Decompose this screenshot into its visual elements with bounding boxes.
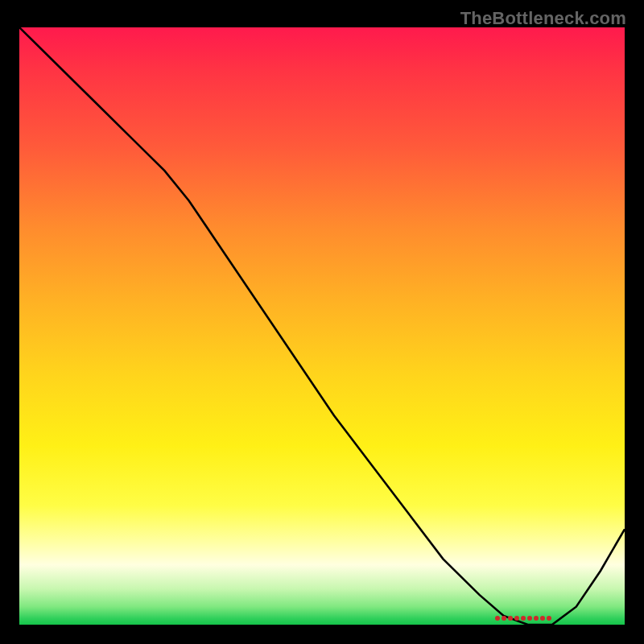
marker-dot-icon: [527, 616, 532, 621]
optimum-marker: [495, 609, 553, 624]
marker-dot-icon: [540, 616, 545, 621]
plot-area: [19, 27, 625, 625]
marker-dot-icon: [495, 616, 500, 621]
curve-layer: [19, 27, 625, 625]
marker-dot-icon: [534, 616, 539, 621]
marker-dot-icon: [514, 616, 519, 621]
series-curve: [19, 27, 625, 625]
marker-dot-icon: [547, 616, 551, 621]
marker-dot-icon: [502, 616, 506, 621]
marker-dot-icon: [508, 616, 513, 621]
chart-stage: TheBottleneck.com: [0, 0, 644, 644]
watermark-text: TheBottleneck.com: [460, 8, 626, 29]
marker-dot-icon: [521, 616, 526, 621]
